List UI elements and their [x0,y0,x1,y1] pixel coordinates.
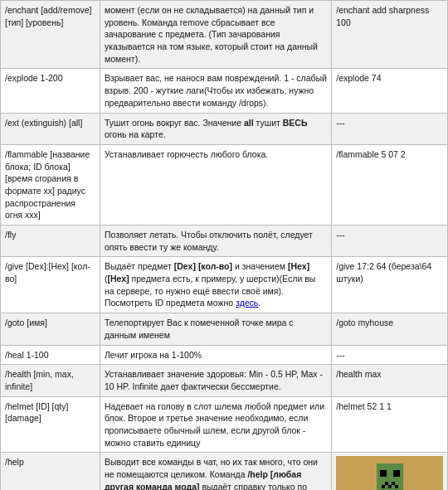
description-cell: Устанавливает значение здоровья: Min - 0… [100,365,331,396]
description-cell: Надевает на голову в слот шлема любой пр… [100,396,331,453]
description-cell: Выводит все команды в чат, но их так мно… [100,453,331,490]
command-cell: /help [1,453,100,490]
description-cell: Лечит игрока на 1-100% [100,345,331,365]
description-cell: Телепортирует Вас к помеченной точке мир… [100,313,331,345]
description-cell: Тушит огонь вокруг вас. Значение all туш… [100,113,331,144]
example-cell: /helmet 52 1 1 [332,396,448,453]
command-cell: /explode 1-200 [1,69,100,113]
command-cell: /ext (extinguish) [all] [1,113,100,144]
minecraft-logo: MinecraftOnly [336,456,443,490]
example-cell: --- [332,113,448,144]
command-cell: /goto [имя] [1,313,100,345]
here-link[interactable]: здесь [236,298,258,308]
description-cell: Взрывает вас, не нанося вам повреждений.… [100,69,331,113]
command-cell: /health [min, max, infinite] [1,365,100,396]
commands-table: /enchant [add/remove] [тип] [уровень]мом… [0,0,448,490]
creeper-icon [377,463,403,490]
example-cell: /flammable 5 07 2 [332,144,448,225]
command-cell: /enchant [add/remove] [тип] [уровень] [1,1,100,69]
example-cell: /goto myhouse [332,313,448,345]
example-cell: /explode 74 [332,69,448,113]
example-cell: /give 17:2 64 (береза\64 штуки) [332,257,448,313]
description-cell: Позволяет летать. Чтобы отключить полёт,… [100,226,331,257]
example-cell: /enchant add sharpness 100 [332,1,448,69]
command-cell: /flammable [название блока; ID блока] [в… [1,144,100,225]
example-cell: MinecraftOnly [332,453,448,490]
command-cell: /fly [1,226,100,257]
description-cell: Выдаёт предмет [Dex] [кол-во] и значение… [100,257,331,313]
description-cell: Устанавливает горючесть любого блока. [100,144,331,225]
command-cell: /heal 1-100 [1,345,100,365]
example-cell: /health max [332,365,448,396]
command-cell: /give [Dex]:[Hex] [кол-во] [1,257,100,313]
command-cell: /helmet [ID] [qty] [damage] [1,396,100,453]
example-cell: --- [332,345,448,365]
example-cell: --- [332,226,448,257]
description-cell: момент (если он не складывается) на данн… [100,1,331,69]
